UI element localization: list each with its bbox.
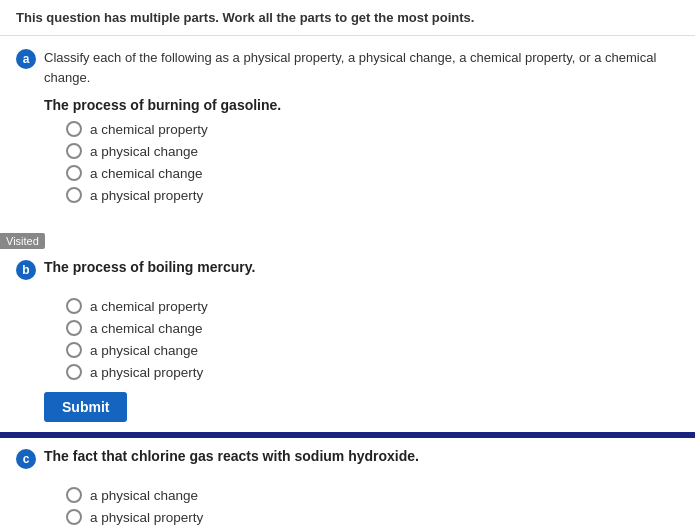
part-a-subquestion: The process of burning of gasoline. a ch… [16, 97, 679, 203]
part-b-option-label-2: a chemical change [90, 321, 203, 336]
part-a-option-label-4: a physical property [90, 188, 203, 203]
page-wrapper: This question has multiple parts. Work a… [0, 0, 695, 529]
part-c-option-2[interactable]: a physical property [66, 509, 679, 525]
part-c-option-label-1: a physical change [90, 488, 198, 503]
part-b-option-label-1: a chemical property [90, 299, 208, 314]
part-a-option-label-2: a physical change [90, 144, 198, 159]
part-a-section: a Classify each of the following as a ph… [0, 36, 695, 229]
part-a-title: The process of burning of gasoline. [44, 97, 679, 113]
part-b-radio-1[interactable] [66, 298, 82, 314]
part-b-option-3[interactable]: a physical change [66, 342, 679, 358]
top-notice: This question has multiple parts. Work a… [0, 0, 695, 36]
part-c-title: The fact that chlorine gas reacts with s… [44, 448, 419, 464]
part-b-section: b The process of boiling mercury. a chem… [0, 249, 695, 432]
part-b-title: The process of boiling mercury. [44, 259, 255, 275]
part-b-option-label-4: a physical property [90, 365, 203, 380]
part-b-badge: b [16, 260, 36, 280]
part-c-header: c The fact that chlorine gas reacts with… [16, 448, 679, 469]
part-b-radio-4[interactable] [66, 364, 82, 380]
part-a-question: Classify each of the following as a phys… [44, 48, 679, 87]
part-b-option-label-3: a physical change [90, 343, 198, 358]
part-a-radio-2[interactable] [66, 143, 82, 159]
part-b-radio-2[interactable] [66, 320, 82, 336]
part-a-option-2[interactable]: a physical change [66, 143, 679, 159]
part-b-option-1[interactable]: a chemical property [66, 298, 679, 314]
part-b-option-4[interactable]: a physical property [66, 364, 679, 380]
part-c-radio-2[interactable] [66, 509, 82, 525]
part-a-option-3[interactable]: a chemical change [66, 165, 679, 181]
visited-label: Visited [0, 233, 45, 249]
part-a-option-4[interactable]: a physical property [66, 187, 679, 203]
part-c-option-1[interactable]: a physical change [66, 487, 679, 503]
part-b-options: a chemical property a chemical change a … [66, 298, 679, 380]
part-a-option-label-3: a chemical change [90, 166, 203, 181]
part-a-option-label-1: a chemical property [90, 122, 208, 137]
submit-button[interactable]: Submit [44, 392, 127, 422]
part-c-option-label-2: a physical property [90, 510, 203, 525]
part-b-radio-3[interactable] [66, 342, 82, 358]
part-a-radio-1[interactable] [66, 121, 82, 137]
part-a-radio-3[interactable] [66, 165, 82, 181]
part-b-header: b The process of boiling mercury. [16, 259, 679, 280]
part-a-option-1[interactable]: a chemical property [66, 121, 679, 137]
visited-area: Visited [0, 229, 695, 249]
notice-text: This question has multiple parts. Work a… [16, 10, 474, 25]
part-a-header: a Classify each of the following as a ph… [16, 48, 679, 87]
part-a-radio-4[interactable] [66, 187, 82, 203]
part-c-section: c The fact that chlorine gas reacts with… [0, 438, 695, 529]
part-c-radio-1[interactable] [66, 487, 82, 503]
part-c-badge: c [16, 449, 36, 469]
part-b-option-2[interactable]: a chemical change [66, 320, 679, 336]
part-c-options: a physical change a physical property a … [66, 487, 679, 529]
part-a-options: a chemical property a physical change a … [66, 121, 679, 203]
part-a-badge: a [16, 49, 36, 69]
